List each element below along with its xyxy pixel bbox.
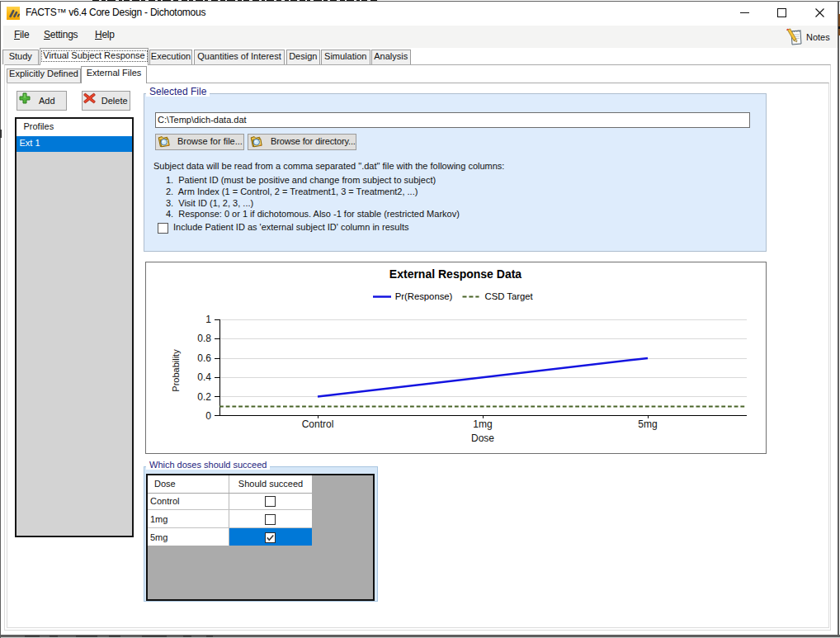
svg-text:5mg: 5mg (638, 418, 657, 430)
svg-text:0.6: 0.6 (197, 352, 211, 364)
svg-text:Dose: Dose (471, 432, 494, 444)
svg-text:1mg: 1mg (473, 418, 492, 430)
svg-text:0.8: 0.8 (197, 333, 211, 344)
svg-text:0.4: 0.4 (197, 371, 211, 383)
svg-text:1: 1 (205, 314, 211, 325)
svg-text:Pr(Response): Pr(Response) (395, 291, 453, 301)
svg-text:Control: Control (302, 418, 334, 430)
svg-text:CSD Target: CSD Target (485, 291, 534, 301)
svg-text:0.2: 0.2 (197, 391, 211, 403)
svg-text:Probability: Probability (171, 349, 181, 392)
svg-text:External Response Data: External Response Data (389, 267, 521, 281)
svg-text:0: 0 (205, 410, 211, 422)
